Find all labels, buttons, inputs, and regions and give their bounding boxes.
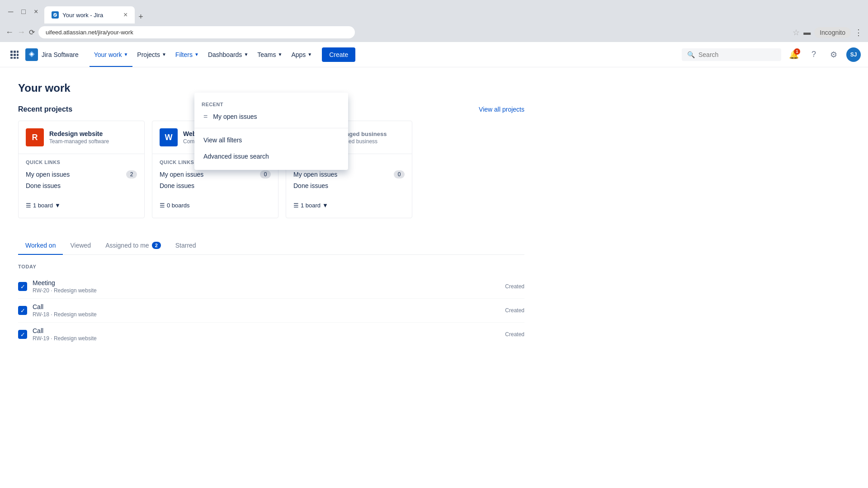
- issue-count-badge: 0: [394, 170, 405, 178]
- menu-button[interactable]: ⋮: [854, 28, 863, 38]
- dropdown-item-label: My open issues: [213, 113, 257, 120]
- tabs-section: Worked on Viewed Assigned to me 2 Starre…: [18, 236, 524, 346]
- help-button[interactable]: ?: [807, 47, 821, 62]
- nav-dashboards[interactable]: Dashboards ▼: [203, 42, 253, 67]
- assigned-count-badge: 2: [152, 242, 161, 249]
- tab-favicon: [52, 11, 59, 19]
- user-avatar[interactable]: SJ: [846, 47, 861, 62]
- svg-rect-9: [17, 57, 19, 59]
- gear-icon: ⚙: [830, 50, 837, 60]
- task-checkbox[interactable]: ✓: [18, 282, 27, 291]
- notifications-button[interactable]: 🔔 1: [787, 47, 801, 62]
- svg-rect-7: [10, 57, 13, 59]
- task-checkbox[interactable]: ✓: [18, 306, 27, 315]
- main-nav: Your work ▼ Projects ▼ Filters ▼ Dashboa…: [90, 42, 317, 67]
- advanced-issue-search-link[interactable]: Advanced issue search: [194, 148, 348, 164]
- nav-projects[interactable]: Projects ▼: [132, 42, 170, 67]
- tab-worked-on[interactable]: Worked on: [18, 236, 63, 254]
- jira-logo-icon: [25, 48, 38, 61]
- chevron-down-icon: ▼: [194, 52, 199, 57]
- close-button[interactable]: ×: [31, 7, 41, 17]
- board-icon: ☰: [26, 202, 31, 209]
- boards-button[interactable]: ☰ 1 board ▼: [26, 200, 61, 211]
- settings-button[interactable]: ⚙: [826, 47, 841, 62]
- app-logo[interactable]: Jira Software: [25, 48, 79, 61]
- address-bar[interactable]: [38, 26, 355, 38]
- board-icon: ☰: [160, 202, 165, 209]
- my-open-issues-link[interactable]: My open issues 2: [26, 169, 137, 180]
- search-input[interactable]: [698, 51, 776, 58]
- link-label: My open issues: [160, 171, 203, 178]
- boards-button[interactable]: ☰ 0 boards: [160, 200, 190, 211]
- reload-button[interactable]: ⟳: [29, 28, 35, 37]
- work-item-info: Call RW-19 · Redesign website: [33, 327, 500, 342]
- my-open-issues-link[interactable]: My open issues 0: [293, 169, 405, 180]
- work-item-title[interactable]: Call: [33, 327, 500, 334]
- tab-assigned-to-me[interactable]: Assigned to me 2: [98, 236, 168, 254]
- work-item-action: Created: [505, 283, 524, 290]
- project-name[interactable]: Redesign website: [49, 130, 137, 137]
- nav-filters[interactable]: Filters ▼: [171, 42, 203, 67]
- work-item-action: Created: [505, 331, 524, 338]
- project-card-footer: ☰ 0 boards: [152, 197, 278, 218]
- notification-badge: 1: [794, 48, 800, 55]
- profile-button[interactable]: Incognito: [814, 27, 851, 38]
- work-item-meta: RW-18 · Redesign website: [33, 311, 500, 318]
- header-right: 🔍 🔔 1 ? ⚙ SJ: [682, 47, 861, 62]
- work-item-title[interactable]: Meeting: [33, 279, 500, 286]
- tab-starred[interactable]: Starred: [168, 236, 203, 254]
- extensions-button[interactable]: ▬: [803, 28, 811, 37]
- chevron-down-icon: ▼: [123, 52, 128, 57]
- view-all-projects-link[interactable]: View all projects: [479, 106, 524, 113]
- nav-your-work[interactable]: Your work ▼: [90, 42, 133, 67]
- boards-button[interactable]: ☰ 1 board ▼: [293, 200, 328, 211]
- tab-viewed[interactable]: Viewed: [63, 236, 98, 254]
- create-button[interactable]: Create: [322, 47, 355, 62]
- chevron-down-icon: ▼: [162, 52, 166, 57]
- active-tab[interactable]: Your work - Jira ×: [44, 6, 135, 23]
- chevron-down-icon: ▼: [278, 52, 283, 57]
- grid-icon[interactable]: [7, 47, 22, 62]
- new-tab-button[interactable]: +: [135, 10, 147, 23]
- work-item-info: Meeting RW-20 · Redesign website: [33, 279, 500, 294]
- svg-rect-3: [17, 51, 19, 53]
- nav-apps[interactable]: Apps ▼: [287, 42, 316, 67]
- back-button[interactable]: ←: [5, 28, 14, 37]
- work-item-meta: RW-20 · Redesign website: [33, 287, 500, 294]
- project-info: Redesign website Team-managed software: [49, 130, 137, 145]
- app-logo-text: Jira Software: [42, 51, 79, 58]
- filter-icon: =: [203, 113, 208, 121]
- svg-rect-5: [14, 54, 16, 56]
- project-card-body: QUICK LINKS My open issues 2 Done issues: [19, 154, 144, 197]
- done-issues-link[interactable]: Done issues: [26, 180, 137, 191]
- my-open-issues-link[interactable]: My open issues 0: [160, 169, 271, 180]
- link-label: My open issues: [26, 171, 70, 178]
- chevron-down-icon: ▼: [55, 202, 61, 209]
- search-box[interactable]: 🔍: [682, 48, 781, 61]
- tab-close-icon[interactable]: ×: [123, 11, 127, 19]
- work-item: ✓ Call RW-19 · Redesign website Created: [18, 323, 524, 346]
- minimize-button[interactable]: ─: [5, 7, 16, 17]
- view-all-filters-link[interactable]: View all filters: [194, 132, 348, 148]
- dropdown-my-open-issues[interactable]: = My open issues: [194, 109, 348, 124]
- maximize-button[interactable]: □: [19, 7, 28, 17]
- tab-title: Your work - Jira: [62, 12, 103, 19]
- work-item-title[interactable]: Call: [33, 303, 500, 310]
- dropdown-divider: [194, 128, 348, 128]
- task-checkbox[interactable]: ✓: [18, 330, 27, 339]
- bookmark-button[interactable]: ☆: [793, 28, 800, 38]
- done-issues-link[interactable]: Done issues: [293, 180, 405, 191]
- recent-projects-label: Recent projects: [18, 105, 72, 113]
- forward-button[interactable]: →: [17, 28, 25, 37]
- work-item: ✓ Call RW-18 · Redesign website Created: [18, 299, 524, 323]
- today-label: TODAY: [18, 264, 524, 269]
- project-card-redesign: R Redesign website Team-managed software…: [18, 121, 145, 218]
- search-icon: 🔍: [687, 51, 695, 58]
- nav-teams[interactable]: Teams ▼: [253, 42, 287, 67]
- chevron-down-icon: ▼: [307, 52, 312, 57]
- chevron-down-icon: ▼: [322, 202, 328, 209]
- chevron-down-icon: ▼: [244, 52, 248, 57]
- done-issues-link[interactable]: Done issues: [160, 180, 271, 191]
- link-label: My open issues: [293, 171, 337, 178]
- board-icon: ☰: [293, 202, 299, 209]
